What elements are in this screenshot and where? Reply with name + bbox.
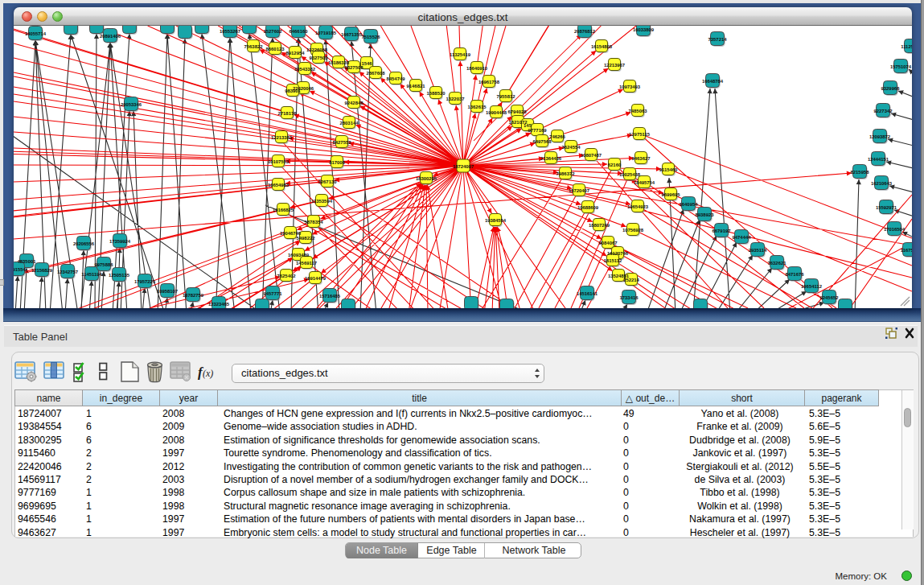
svg-text:9245652: 9245652 <box>820 295 840 300</box>
svg-text:9474444: 9474444 <box>733 235 752 240</box>
svg-text:746266: 746266 <box>549 134 565 139</box>
svg-text:9975886: 9975886 <box>95 262 114 267</box>
svg-text:15720407: 15720407 <box>569 188 590 193</box>
svg-text:10025438: 10025438 <box>619 172 641 177</box>
svg-text:8912954: 8912954 <box>286 51 306 56</box>
svg-text:6679197: 6679197 <box>713 229 732 233</box>
svg-text:15751074: 15751074 <box>890 64 912 69</box>
svg-text:14055714: 14055714 <box>25 31 47 36</box>
svg-text:10553267: 10553267 <box>220 29 241 34</box>
svg-text:391554: 391554 <box>14 267 27 272</box>
svg-text:12213383: 12213383 <box>271 135 293 140</box>
svg-text:18640910: 18640910 <box>466 66 488 71</box>
svg-text:16648784: 16648784 <box>702 79 724 84</box>
svg-text:7955812: 7955812 <box>497 94 516 99</box>
svg-text:6466160: 6466160 <box>290 29 309 34</box>
svg-text:21364436: 21364436 <box>540 156 562 161</box>
svg-text:17359924: 17359924 <box>109 239 131 244</box>
svg-text:1640954: 1640954 <box>680 202 699 207</box>
svg-text:19904448: 19904448 <box>486 110 507 115</box>
svg-text:9115460: 9115460 <box>659 167 678 172</box>
svg-text:9463627: 9463627 <box>632 156 651 161</box>
svg-text:2867608: 2867608 <box>367 71 386 76</box>
svg-text:9777169: 9777169 <box>528 128 548 133</box>
svg-text:20206556: 20206556 <box>73 241 95 246</box>
svg-text:983901: 983901 <box>285 89 301 93</box>
svg-text:19166825: 19166825 <box>273 208 294 212</box>
svg-text:9242848: 9242848 <box>345 101 364 105</box>
svg-text:16671355: 16671355 <box>341 32 363 37</box>
svg-text:16961758: 16961758 <box>478 80 500 84</box>
svg-text:6794028: 6794028 <box>508 109 528 114</box>
svg-text:20891406: 20891406 <box>100 34 121 39</box>
svg-text:2935114: 2935114 <box>749 248 767 253</box>
svg-text:18807249: 18807249 <box>589 223 610 228</box>
svg-text:15592971: 15592971 <box>876 205 897 210</box>
svg-text:10688609: 10688609 <box>577 205 599 210</box>
svg-text:12323465: 12323465 <box>208 302 230 307</box>
svg-text:5498222: 5498222 <box>297 236 316 241</box>
svg-text:16120746: 16120746 <box>607 251 629 256</box>
svg-text:1167533: 1167533 <box>901 248 912 253</box>
svg-text:18300295: 18300295 <box>416 176 437 181</box>
svg-text:3624554: 3624554 <box>562 145 581 150</box>
svg-text:15716485: 15716485 <box>319 294 341 299</box>
svg-text:2803144: 2803144 <box>340 121 359 126</box>
svg-text:8471676: 8471676 <box>786 272 805 277</box>
svg-text:7515526: 7515526 <box>362 35 381 39</box>
svg-text:19384554: 19384554 <box>485 218 507 223</box>
svg-text:16154808: 16154808 <box>591 44 613 49</box>
svg-text:7625402: 7625402 <box>277 274 297 278</box>
svg-text:9699695: 9699695 <box>662 192 681 197</box>
svg-text:10719185: 10719185 <box>315 31 337 35</box>
svg-text:1546: 1546 <box>361 61 372 66</box>
svg-text:1322037: 1322037 <box>446 97 466 101</box>
svg-text:10654112: 10654112 <box>801 284 823 289</box>
svg-text:10756928: 10756928 <box>622 228 644 233</box>
svg-text:7485063: 7485063 <box>629 109 648 113</box>
svg-text:12444151: 12444151 <box>868 157 889 162</box>
svg-text:6497568: 6497568 <box>533 139 552 144</box>
svg-text:8215958: 8215958 <box>851 170 870 175</box>
svg-text:18495754: 18495754 <box>634 180 655 185</box>
svg-text:12342757: 12342757 <box>57 270 79 274</box>
svg-text:4835001: 4835001 <box>18 259 37 264</box>
svg-text:11451194: 11451194 <box>81 272 102 277</box>
svg-text:12156829: 12156829 <box>31 268 53 273</box>
svg-text:12975115: 12975115 <box>629 132 651 137</box>
svg-text:19654923: 19654923 <box>627 204 649 209</box>
svg-text:11353594: 11353594 <box>311 199 333 204</box>
svg-text:14516141: 14516141 <box>577 291 598 296</box>
svg-text:16914479: 16914479 <box>305 276 326 281</box>
svg-text:20876812: 20876812 <box>574 29 596 34</box>
svg-text:9457771: 9457771 <box>264 291 283 296</box>
svg-text:12505135: 12505135 <box>109 273 130 278</box>
svg-text:8938923: 8938923 <box>696 212 715 217</box>
svg-text:7986372: 7986372 <box>556 171 576 176</box>
svg-text:10543382: 10543382 <box>294 67 316 72</box>
svg-text:16782759: 16782759 <box>183 293 204 298</box>
svg-text:20053346: 20053346 <box>121 102 142 107</box>
svg-text:2718176: 2718176 <box>278 111 298 116</box>
svg-text:11125419: 11125419 <box>901 44 912 49</box>
svg-text:1615112: 1615112 <box>604 258 622 263</box>
svg-text:8660123: 8660123 <box>266 47 285 51</box>
svg-text:16210643: 16210643 <box>871 181 893 186</box>
svg-text:1588520: 1588520 <box>427 91 446 96</box>
svg-text:10654983: 10654983 <box>268 183 290 187</box>
svg-text:3267130: 3267130 <box>318 179 338 184</box>
svg-text:252214: 252214 <box>623 278 639 282</box>
svg-text:17016504: 17016504 <box>884 227 906 232</box>
svg-text:10807487: 10807487 <box>581 153 602 158</box>
svg-text:1733416: 1733416 <box>620 295 639 300</box>
svg-text:9327503: 9327503 <box>310 56 329 60</box>
svg-text:(x): (x) <box>203 368 213 379</box>
svg-text:16033809: 16033809 <box>633 27 655 32</box>
svg-text:9227342: 9227342 <box>874 109 893 113</box>
svg-text:13226058: 13226058 <box>306 47 328 52</box>
svg-text:7632621: 7632621 <box>768 261 787 266</box>
svg-text:62160: 62160 <box>608 163 622 167</box>
svg-text:1362615: 1362615 <box>468 105 487 109</box>
svg-text:17957225: 17957225 <box>134 279 156 284</box>
svg-text:7357214: 7357214 <box>708 37 728 42</box>
